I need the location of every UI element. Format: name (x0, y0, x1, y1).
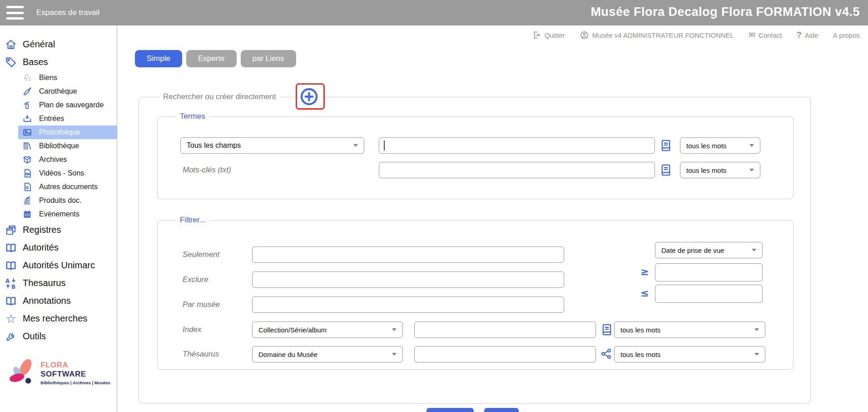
inbox-download-icon (22, 113, 33, 124)
sidebar-divider (117, 25, 117, 412)
sidebar-item-outils[interactable]: Outils (0, 327, 117, 345)
registers-icon (5, 224, 17, 236)
only-label: Seulement (183, 250, 219, 259)
document-icon (22, 181, 33, 192)
flora-software-logo: FLORA SOFTWARE Bibliothèques | Archives … (6, 357, 113, 389)
date-to-field (655, 285, 763, 303)
index-lookup-icon[interactable] (660, 164, 672, 176)
text-cursor (384, 141, 385, 151)
stack-icon (22, 195, 33, 206)
termes-section: Termes Tous les champs tous les mots Mot… (157, 116, 794, 199)
utility-bar: Quitter Musée v4 ADMINISTRATEUR FONCTION… (532, 28, 860, 42)
carrot-icon (22, 86, 33, 97)
contact-link[interactable]: ✉ Contact (749, 31, 782, 39)
sidebar-item-annotations[interactable]: Annotations (0, 292, 117, 310)
keywords-label: Mots-clés (txt) (183, 166, 231, 175)
sidebar-item-autres-documents[interactable]: Autres documents (0, 180, 117, 194)
field-scope-select[interactable]: Tous les champs (180, 137, 364, 154)
sidebar-item-autorites[interactable]: Autorités (0, 239, 117, 256)
sidebar-item-entrees[interactable]: Entrées (0, 112, 117, 126)
bottom-action-button-left[interactable] (427, 408, 474, 412)
open-book-icon (5, 259, 17, 272)
index-input[interactable] (414, 322, 596, 338)
sidebar-item-biens[interactable]: ♘ Biens (0, 71, 117, 85)
museum-field (252, 296, 564, 313)
thesaurus-type-select[interactable]: Domaine du Musée (252, 346, 403, 362)
logout-icon (532, 30, 541, 40)
search-term-field (379, 137, 655, 154)
user-icon (580, 30, 589, 40)
help-link[interactable]: ? Aide (797, 30, 818, 40)
hierarchy-share-icon[interactable] (600, 348, 613, 361)
sidebar: Général Bases ♘ Biens Carothèque Plan de… (0, 25, 117, 412)
sidebar-item-autorites-unimarc[interactable]: Autorités Unimarc (0, 256, 117, 274)
logo-tagline: Bibliothèques | Archives | Musées (40, 380, 113, 385)
match-mode-select-1[interactable]: tous les mots (680, 137, 760, 154)
sidebar-item-carotheque[interactable]: Carothèque (0, 85, 117, 98)
video-file-icon (22, 168, 33, 179)
chevron-down-icon (752, 249, 756, 251)
keywords-input[interactable] (379, 162, 655, 178)
question-icon: ? (797, 30, 802, 40)
archive-box-icon (22, 154, 33, 165)
svg-text:B: B (11, 283, 15, 289)
sidebar-item-evenements[interactable]: Evènements (0, 207, 117, 221)
filter-section: Filtrer... Seulement Exclure Par musée I… (157, 220, 794, 370)
hamburger-menu-icon[interactable] (6, 6, 24, 20)
chevron-down-icon (392, 328, 397, 331)
sidebar-item-bases[interactable]: Bases (0, 53, 117, 71)
sidebar-item-plan-sauvegarde[interactable]: Plan de sauvegarde (0, 98, 117, 112)
thesaurus-field (414, 346, 596, 362)
search-term-input[interactable] (379, 137, 655, 154)
exclude-input[interactable] (252, 271, 564, 288)
star-icon: ☆ (5, 312, 17, 325)
tab-experte[interactable]: Experte (186, 50, 237, 67)
index-lookup-icon[interactable] (660, 139, 672, 152)
sidebar-item-produits-doc[interactable]: Produits doc. (0, 194, 117, 207)
tab-par-liens[interactable]: par Liens (241, 50, 296, 67)
bottom-action-button-right[interactable] (484, 408, 519, 412)
sidebar-item-bibliotheque[interactable]: Bibliothèque (0, 139, 117, 153)
museum-label: Par musée (183, 300, 220, 309)
home-icon (5, 38, 17, 51)
user-account[interactable]: Musée v4 ADMINISTRATEUR FONCTIONNEL (580, 30, 734, 40)
svg-text:A: A (5, 277, 10, 284)
match-mode-select-2[interactable]: tous les mots (680, 162, 760, 178)
match-mode-select-4[interactable]: tous les mots (614, 346, 765, 362)
index-field (414, 322, 596, 338)
exclude-field (252, 271, 564, 288)
tab-simple[interactable]: Simple (135, 50, 182, 67)
about-link[interactable]: A propos (833, 31, 860, 39)
create-plus-button[interactable] (299, 87, 319, 106)
sidebar-item-registres[interactable]: Registres (0, 221, 117, 239)
sidebar-item-videos-sons[interactable]: Vidéos - Sons (0, 166, 117, 180)
photo-icon (22, 127, 33, 138)
sidebar-item-archives[interactable]: Archives (0, 153, 117, 166)
date-from-input[interactable] (655, 263, 763, 281)
index-label: Index (183, 325, 202, 334)
less-equal-toggle[interactable]: ≤ (640, 287, 649, 299)
sidebar-item-mes-recherches[interactable]: ☆ Mes recherches (0, 310, 117, 327)
sidebar-item-general[interactable]: Général (0, 35, 117, 53)
date-to-input[interactable] (655, 285, 763, 303)
match-mode-select-3[interactable]: tous les mots (614, 322, 765, 338)
search-panel-legend: Rechercher ou créer directement (159, 92, 280, 101)
thesaurus-input[interactable] (414, 346, 596, 362)
sidebar-item-phototheque[interactable]: Photothèque (18, 126, 117, 139)
greater-equal-toggle[interactable]: ≥ (640, 266, 649, 277)
fire-extinguisher-icon (22, 100, 33, 111)
app-title: Musée Flora Decalog Flora FORMATION v4.5 (590, 5, 860, 19)
sidebar-item-thesaurus[interactable]: AB Thesaurus (0, 274, 117, 292)
wrench-icon (5, 330, 17, 343)
quit-link[interactable]: Quitter (532, 30, 565, 40)
chevron-down-icon (749, 144, 754, 147)
date-field-select[interactable]: Date de prise de vue (655, 242, 763, 258)
chevron-down-icon (392, 353, 397, 356)
workspace-label: Espaces de travail (36, 8, 99, 17)
search-panel: Rechercher ou créer directement Termes T… (139, 97, 811, 404)
index-type-select[interactable]: Collection/Série/album (252, 322, 403, 338)
museum-input[interactable] (252, 296, 564, 313)
index-lookup-icon[interactable] (600, 323, 613, 336)
filter-legend: Filtrer... (176, 216, 210, 225)
only-input[interactable] (252, 246, 564, 263)
